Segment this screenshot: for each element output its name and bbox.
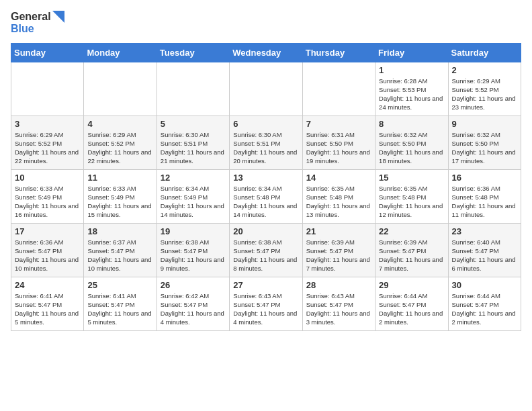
day-number: 19 bbox=[161, 226, 226, 236]
calendar-cell: 13Sunrise: 6:34 AM Sunset: 5:48 PM Dayli… bbox=[230, 169, 302, 223]
day-number: 29 bbox=[379, 280, 444, 290]
calendar-cell: 20Sunrise: 6:38 AM Sunset: 5:47 PM Dayli… bbox=[230, 223, 302, 277]
day-info: Sunrise: 6:39 AM Sunset: 5:47 PM Dayligh… bbox=[306, 238, 371, 273]
calendar-cell: 4Sunrise: 6:29 AM Sunset: 5:52 PM Daylig… bbox=[84, 116, 157, 169]
calendar-cell: 5Sunrise: 6:30 AM Sunset: 5:51 PM Daylig… bbox=[157, 116, 229, 169]
calendar-cell: 3Sunrise: 6:29 AM Sunset: 5:52 PM Daylig… bbox=[11, 116, 84, 169]
calendar-cell: 2Sunrise: 6:29 AM Sunset: 5:52 PM Daylig… bbox=[448, 62, 521, 116]
week-row-3: 10Sunrise: 6:33 AM Sunset: 5:49 PM Dayli… bbox=[11, 169, 521, 223]
calendar-cell bbox=[11, 62, 84, 116]
calendar-table: SundayMondayTuesdayWednesdayThursdayFrid… bbox=[11, 43, 521, 331]
day-number: 30 bbox=[452, 280, 517, 290]
day-number: 26 bbox=[161, 280, 226, 290]
week-row-5: 24Sunrise: 6:41 AM Sunset: 5:47 PM Dayli… bbox=[11, 277, 521, 330]
calendar-cell: 22Sunrise: 6:39 AM Sunset: 5:47 PM Dayli… bbox=[375, 223, 448, 277]
day-info: Sunrise: 6:29 AM Sunset: 5:52 PM Dayligh… bbox=[87, 130, 152, 166]
day-info: Sunrise: 6:30 AM Sunset: 5:51 PM Dayligh… bbox=[233, 130, 298, 166]
day-number: 1 bbox=[379, 65, 444, 75]
week-row-1: 1Sunrise: 6:28 AM Sunset: 5:53 PM Daylig… bbox=[11, 62, 521, 116]
logo-wordmark: General Blue bbox=[11, 11, 64, 35]
day-header-tuesday: Tuesday bbox=[157, 43, 229, 62]
day-number: 3 bbox=[15, 119, 80, 129]
day-number: 10 bbox=[15, 173, 80, 183]
calendar-cell: 15Sunrise: 6:35 AM Sunset: 5:48 PM Dayli… bbox=[375, 169, 448, 223]
day-info: Sunrise: 6:44 AM Sunset: 5:47 PM Dayligh… bbox=[452, 291, 517, 327]
day-info: Sunrise: 6:35 AM Sunset: 5:48 PM Dayligh… bbox=[306, 184, 371, 220]
calendar-cell bbox=[84, 62, 157, 116]
day-header-friday: Friday bbox=[375, 43, 448, 62]
calendar-cell: 25Sunrise: 6:41 AM Sunset: 5:47 PM Dayli… bbox=[84, 277, 157, 330]
calendar-cell: 23Sunrise: 6:40 AM Sunset: 5:47 PM Dayli… bbox=[448, 223, 521, 277]
day-info: Sunrise: 6:41 AM Sunset: 5:47 PM Dayligh… bbox=[87, 291, 152, 327]
day-info: Sunrise: 6:44 AM Sunset: 5:47 PM Dayligh… bbox=[379, 291, 444, 327]
calendar-cell bbox=[157, 62, 229, 116]
calendar-cell: 19Sunrise: 6:38 AM Sunset: 5:47 PM Dayli… bbox=[157, 223, 229, 277]
days-header-row: SundayMondayTuesdayWednesdayThursdayFrid… bbox=[11, 43, 521, 62]
day-number: 9 bbox=[452, 119, 517, 129]
day-number: 11 bbox=[87, 173, 152, 183]
calendar-cell: 30Sunrise: 6:44 AM Sunset: 5:47 PM Dayli… bbox=[448, 277, 521, 330]
calendar-cell: 8Sunrise: 6:32 AM Sunset: 5:50 PM Daylig… bbox=[375, 116, 448, 169]
calendar-cell: 14Sunrise: 6:35 AM Sunset: 5:48 PM Dayli… bbox=[302, 169, 375, 223]
day-number: 17 bbox=[15, 226, 80, 236]
day-number: 6 bbox=[233, 119, 298, 129]
day-info: Sunrise: 6:36 AM Sunset: 5:47 PM Dayligh… bbox=[15, 238, 80, 273]
day-info: Sunrise: 6:37 AM Sunset: 5:47 PM Dayligh… bbox=[87, 238, 152, 273]
day-info: Sunrise: 6:30 AM Sunset: 5:51 PM Dayligh… bbox=[161, 130, 226, 166]
day-number: 28 bbox=[306, 280, 371, 290]
day-info: Sunrise: 6:29 AM Sunset: 5:52 PM Dayligh… bbox=[15, 130, 80, 166]
day-number: 25 bbox=[87, 280, 152, 290]
day-info: Sunrise: 6:42 AM Sunset: 5:47 PM Dayligh… bbox=[161, 291, 226, 327]
week-row-4: 17Sunrise: 6:36 AM Sunset: 5:47 PM Dayli… bbox=[11, 223, 521, 277]
day-info: Sunrise: 6:32 AM Sunset: 5:50 PM Dayligh… bbox=[452, 130, 517, 166]
day-header-saturday: Saturday bbox=[448, 43, 521, 62]
day-info: Sunrise: 6:40 AM Sunset: 5:47 PM Dayligh… bbox=[452, 238, 517, 273]
calendar-cell: 24Sunrise: 6:41 AM Sunset: 5:47 PM Dayli… bbox=[11, 277, 84, 330]
logo-arrow-icon bbox=[52, 11, 64, 23]
week-row-2: 3Sunrise: 6:29 AM Sunset: 5:52 PM Daylig… bbox=[11, 116, 521, 169]
day-info: Sunrise: 6:38 AM Sunset: 5:47 PM Dayligh… bbox=[233, 238, 298, 273]
day-header-wednesday: Wednesday bbox=[230, 43, 302, 62]
day-info: Sunrise: 6:34 AM Sunset: 5:49 PM Dayligh… bbox=[161, 184, 226, 220]
calendar-cell: 28Sunrise: 6:43 AM Sunset: 5:47 PM Dayli… bbox=[302, 277, 375, 330]
day-number: 18 bbox=[87, 226, 152, 236]
calendar-cell: 17Sunrise: 6:36 AM Sunset: 5:47 PM Dayli… bbox=[11, 223, 84, 277]
day-info: Sunrise: 6:35 AM Sunset: 5:48 PM Dayligh… bbox=[379, 184, 444, 220]
day-info: Sunrise: 6:33 AM Sunset: 5:49 PM Dayligh… bbox=[15, 184, 80, 220]
day-number: 24 bbox=[15, 280, 80, 290]
day-info: Sunrise: 6:28 AM Sunset: 5:53 PM Dayligh… bbox=[379, 77, 444, 112]
day-info: Sunrise: 6:33 AM Sunset: 5:49 PM Dayligh… bbox=[87, 184, 152, 220]
day-info: Sunrise: 6:31 AM Sunset: 5:50 PM Dayligh… bbox=[306, 130, 371, 166]
calendar-cell: 9Sunrise: 6:32 AM Sunset: 5:50 PM Daylig… bbox=[448, 116, 521, 169]
day-number: 20 bbox=[233, 226, 298, 236]
day-number: 22 bbox=[379, 226, 444, 236]
day-info: Sunrise: 6:36 AM Sunset: 5:48 PM Dayligh… bbox=[452, 184, 517, 220]
day-number: 8 bbox=[379, 119, 444, 129]
day-info: Sunrise: 6:38 AM Sunset: 5:47 PM Dayligh… bbox=[161, 238, 226, 273]
day-header-monday: Monday bbox=[84, 43, 157, 62]
day-number: 27 bbox=[233, 280, 298, 290]
day-number: 16 bbox=[452, 173, 517, 183]
day-number: 21 bbox=[306, 226, 371, 236]
day-info: Sunrise: 6:34 AM Sunset: 5:48 PM Dayligh… bbox=[233, 184, 298, 220]
day-info: Sunrise: 6:43 AM Sunset: 5:47 PM Dayligh… bbox=[306, 291, 371, 327]
calendar-cell: 16Sunrise: 6:36 AM Sunset: 5:48 PM Dayli… bbox=[448, 169, 521, 223]
page-header: General Blue bbox=[11, 11, 521, 35]
calendar-cell: 7Sunrise: 6:31 AM Sunset: 5:50 PM Daylig… bbox=[302, 116, 375, 169]
calendar-cell: 10Sunrise: 6:33 AM Sunset: 5:49 PM Dayli… bbox=[11, 169, 84, 223]
calendar-cell: 27Sunrise: 6:43 AM Sunset: 5:47 PM Dayli… bbox=[230, 277, 302, 330]
day-number: 7 bbox=[306, 119, 371, 129]
day-info: Sunrise: 6:43 AM Sunset: 5:47 PM Dayligh… bbox=[233, 291, 298, 327]
calendar-cell bbox=[302, 62, 375, 116]
day-header-sunday: Sunday bbox=[11, 43, 84, 62]
calendar-cell: 12Sunrise: 6:34 AM Sunset: 5:49 PM Dayli… bbox=[157, 169, 229, 223]
calendar-cell: 29Sunrise: 6:44 AM Sunset: 5:47 PM Dayli… bbox=[375, 277, 448, 330]
day-number: 5 bbox=[161, 119, 226, 129]
logo-blue-text: Blue bbox=[11, 23, 64, 35]
day-number: 2 bbox=[452, 65, 517, 75]
day-info: Sunrise: 6:39 AM Sunset: 5:47 PM Dayligh… bbox=[379, 238, 444, 273]
logo: General Blue bbox=[11, 11, 64, 35]
calendar-cell: 11Sunrise: 6:33 AM Sunset: 5:49 PM Dayli… bbox=[84, 169, 157, 223]
day-number: 12 bbox=[161, 173, 226, 183]
day-number: 23 bbox=[452, 226, 517, 236]
